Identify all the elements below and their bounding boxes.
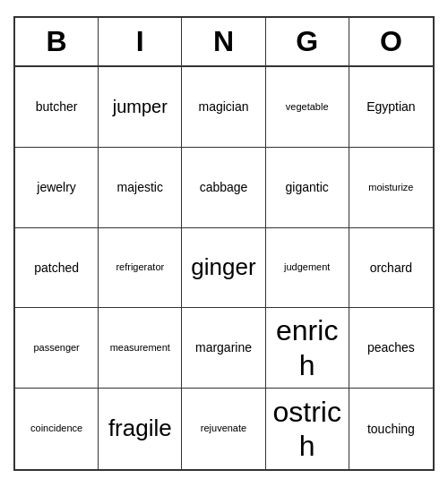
bingo-header: BINGO: [15, 18, 433, 67]
cell-text: magician: [198, 99, 248, 115]
cell-text: margarine: [195, 340, 252, 355]
cell-text: cabbage: [200, 180, 248, 195]
header-letter: G: [266, 18, 349, 65]
bingo-cell: judgement: [266, 228, 349, 309]
bingo-cell: patched: [15, 228, 99, 309]
cell-text: butcher: [36, 99, 78, 115]
header-letter: N: [182, 18, 265, 65]
cell-text: refrigerator: [116, 261, 164, 273]
bingo-cell: cabbage: [182, 148, 265, 228]
cell-text: touching: [367, 422, 415, 437]
bingo-cell: Egyptian: [349, 67, 433, 148]
bingo-cell: coincidence: [15, 389, 99, 469]
cell-text: patched: [34, 261, 79, 276]
bingo-cell: rejuvenate: [182, 389, 265, 469]
cell-text: passenger: [33, 342, 79, 354]
cell-text: orchard: [370, 261, 412, 276]
bingo-cell: measurement: [99, 308, 182, 389]
bingo-cell: ostrich: [266, 389, 349, 469]
cell-text: judgement: [284, 261, 330, 273]
bingo-cell: jumper: [99, 67, 182, 148]
cell-text: jewelry: [37, 180, 76, 195]
cell-text: jumper: [113, 96, 168, 117]
cell-text: coincidence: [30, 423, 82, 434]
bingo-grid: butcherjumpermagicianvegetableEgyptianje…: [15, 67, 433, 469]
bingo-cell: orchard: [349, 228, 433, 309]
cell-text: Egyptian: [366, 99, 415, 115]
cell-text: vegetable: [286, 101, 329, 113]
cell-text: enrich: [270, 313, 345, 382]
cell-text: ginger: [191, 253, 255, 281]
bingo-cell: gigantic: [266, 148, 349, 228]
cell-text: majestic: [117, 180, 163, 195]
cell-text: peaches: [367, 340, 415, 355]
bingo-cell: peaches: [349, 308, 433, 389]
bingo-cell: moisturize: [349, 148, 433, 228]
bingo-cell: refrigerator: [99, 228, 182, 309]
cell-text: measurement: [110, 342, 170, 354]
cell-text: moisturize: [368, 182, 413, 193]
header-letter: I: [99, 18, 182, 65]
bingo-cell: magician: [182, 67, 265, 148]
bingo-cell: enrich: [266, 308, 349, 389]
cell-text: ostrich: [270, 395, 345, 464]
header-letter: O: [349, 18, 433, 65]
cell-text: fragile: [108, 414, 172, 442]
bingo-cell: butcher: [15, 67, 99, 148]
bingo-cell: fragile: [99, 389, 182, 469]
bingo-cell: majestic: [99, 148, 182, 228]
bingo-cell: passenger: [15, 308, 99, 389]
header-letter: B: [15, 18, 99, 65]
bingo-cell: vegetable: [266, 67, 349, 148]
bingo-cell: margarine: [182, 308, 265, 389]
bingo-cell: touching: [349, 389, 433, 469]
bingo-cell: jewelry: [15, 148, 99, 228]
cell-text: rejuvenate: [201, 423, 246, 434]
bingo-cell: ginger: [182, 228, 265, 309]
bingo-card: BINGO butcherjumpermagicianvegetableEgyp…: [13, 16, 435, 471]
cell-text: gigantic: [286, 180, 329, 195]
